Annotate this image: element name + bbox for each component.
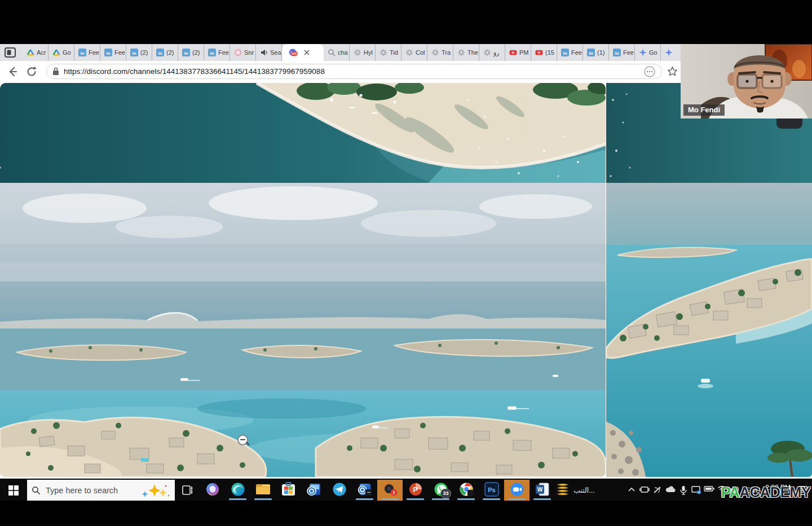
active-app-underline	[533, 498, 551, 500]
tab-رو-17[interactable]: رو	[479, 44, 505, 61]
tab-(2)-4[interactable]: in(2)	[126, 44, 152, 61]
tab-The-16[interactable]: The	[453, 44, 479, 61]
tab-Fee-2[interactable]: inFee	[74, 44, 100, 61]
taskbar-app-stack[interactable]: التنب...	[555, 480, 599, 501]
tab-label: (2)	[166, 49, 178, 56]
tab-label: Go	[649, 49, 660, 56]
tab-Fee-20[interactable]: inFee	[557, 44, 583, 61]
tab-cha-11[interactable]: cha	[324, 44, 350, 61]
taskbar-app-alert-app[interactable]: !	[377, 480, 403, 501]
store-icon	[281, 482, 295, 498]
taskbar-app-outlook-alt[interactable]	[352, 480, 377, 501]
alert-app-icon: !	[383, 482, 398, 499]
mic-icon[interactable]	[677, 485, 690, 495]
tab-Col-14[interactable]: Col	[401, 44, 427, 61]
taskbar-app-store[interactable]	[276, 480, 301, 501]
svg-text:in: in	[106, 51, 110, 56]
telegram-icon	[332, 482, 347, 499]
tab-label: Col	[416, 49, 427, 56]
chevron-up-icon[interactable]	[625, 485, 638, 495]
task-view-button[interactable]	[175, 480, 200, 501]
tab-Go-1[interactable]: Go	[48, 44, 74, 61]
bookmark-star-icon[interactable]	[667, 65, 678, 77]
photoshop-icon: Ps	[484, 482, 499, 499]
taskbar-app-chrome[interactable]	[453, 480, 479, 501]
tab-unread-badge: 540	[290, 51, 298, 56]
task-view-icon	[182, 485, 193, 495]
svg-text:in: in	[563, 51, 567, 56]
tab-label: PM	[519, 49, 531, 56]
cloud-icon[interactable]	[664, 485, 677, 495]
svg-text:in: in	[80, 51, 84, 56]
linkedin-icon: in	[156, 49, 164, 56]
tab-(1)-21[interactable]: in(1)	[583, 44, 609, 61]
active-app-underline	[508, 498, 526, 500]
svg-text:in: in	[158, 51, 162, 56]
start-button[interactable]	[0, 480, 27, 501]
webcam-overlay[interactable]: Mo Fendi	[681, 44, 812, 119]
url-bar[interactable]: https://discord.com/channels/14413837783…	[46, 64, 662, 79]
tab-Tra-15[interactable]: Tra	[427, 44, 453, 61]
discord-image-viewer	[0, 82, 812, 479]
tab-label: Hyl	[364, 49, 375, 56]
blocked-icon[interactable]	[651, 485, 664, 495]
taskbar-app-word[interactable]: W	[529, 480, 555, 501]
tab-label: Snr	[244, 49, 255, 56]
taskbar-app-copilot[interactable]	[200, 480, 225, 501]
close-tab-icon[interactable]	[302, 48, 311, 57]
taskbar-app-edge[interactable]	[225, 480, 250, 501]
tab-Fee-3[interactable]: inFee	[100, 44, 126, 61]
tab-(15-19[interactable]: (15	[531, 44, 557, 61]
taskbar-app-outlook[interactable]	[301, 480, 326, 501]
island-image-top[interactable]	[0, 83, 606, 183]
tab-Fee-7[interactable]: inFee	[204, 44, 230, 61]
tab-Fee-22[interactable]: inFee	[609, 44, 635, 61]
more-options-icon[interactable]	[643, 65, 656, 78]
windows-logo-icon	[8, 485, 19, 496]
taskbar-app-telegram[interactable]	[326, 480, 352, 501]
tab-sparkle-icon-24[interactable]	[661, 44, 681, 61]
taskbar-app-explorer[interactable]	[250, 480, 276, 501]
tab-(2)-5[interactable]: in(2)	[152, 44, 178, 61]
drive-icon	[52, 49, 60, 56]
svg-text:in: in	[615, 51, 619, 56]
battery-icon[interactable]	[703, 485, 716, 495]
youtube-icon	[509, 49, 517, 56]
academy-watermark: PAACADEMY	[721, 484, 811, 501]
tab-search-icon[interactable]	[5, 47, 16, 58]
tab-label: Fee	[89, 49, 100, 56]
linkedin-icon: in	[78, 49, 86, 56]
tab-(2)-6[interactable]: in(2)	[178, 44, 204, 61]
search-placeholder: Type here to search	[46, 486, 141, 495]
svg-text:in: in	[132, 51, 136, 56]
island-image-right[interactable]	[606, 83, 812, 477]
reload-icon[interactable]	[25, 65, 38, 78]
tab-Acr-0[interactable]: Acr	[23, 44, 48, 61]
island-image-main[interactable]	[0, 183, 606, 477]
active-app-underline	[407, 498, 424, 500]
tab-Snr-8[interactable]: Snr	[230, 44, 256, 61]
tab-active[interactable]: 540	[282, 44, 324, 61]
back-icon[interactable]	[6, 65, 19, 78]
tab-Sea-9[interactable]: Sea	[256, 44, 282, 61]
active-app-underline	[254, 498, 272, 500]
tab-PM-18[interactable]: PM	[505, 44, 531, 61]
sparkle-icon	[639, 49, 647, 56]
taskbar-search-input[interactable]: Type here to search	[27, 480, 175, 501]
tab-Hyl-12[interactable]: Hyl	[350, 44, 376, 61]
linkedin-icon: in	[613, 49, 621, 56]
cast-icon[interactable]	[690, 485, 703, 495]
discord-icon: 540	[289, 49, 297, 56]
active-app-underline	[432, 498, 449, 500]
screenshare-icon[interactable]	[638, 485, 651, 495]
tab-Go-23[interactable]: Go	[635, 44, 661, 61]
tab-label: Tra	[442, 49, 453, 56]
outlook-alt-icon	[358, 482, 372, 499]
tab-Tid-13[interactable]: Tid	[376, 44, 401, 61]
taskbar-app-powerpoint[interactable]: P	[403, 480, 428, 501]
tab-label: (15	[545, 49, 557, 56]
lock-icon	[52, 67, 59, 76]
taskbar-app-whatsapp[interactable]: 33	[428, 480, 453, 501]
taskbar-app-photoshop[interactable]: Ps	[479, 480, 504, 501]
taskbar-app-zoom[interactable]	[504, 480, 529, 501]
